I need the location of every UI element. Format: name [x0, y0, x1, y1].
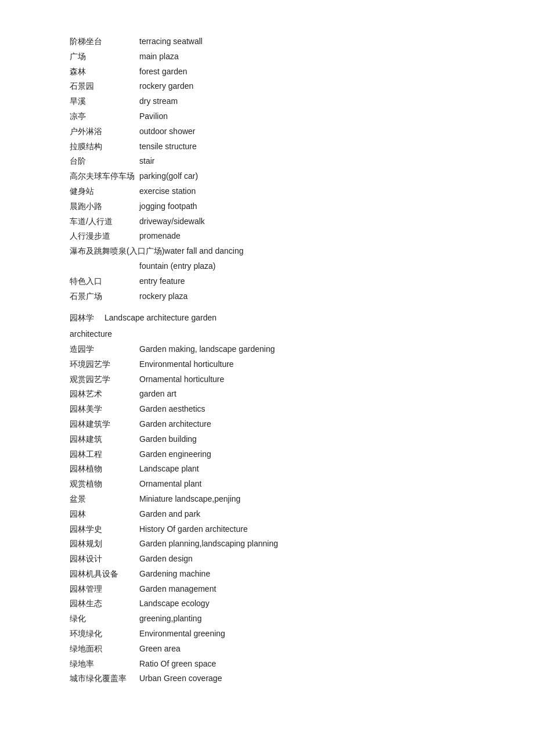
list-item: 园林Garden and park [70, 507, 464, 521]
list-item: 特色入口entry feature [70, 275, 464, 289]
chinese-term: 园林建筑 [70, 433, 139, 447]
list-item: 人行漫步道promenade [70, 229, 464, 243]
english-term: Environmental horticulture [139, 358, 234, 372]
list-item: fountain (entry plaza) [70, 260, 464, 273]
chinese-term: 拉膜结构 [70, 140, 139, 154]
english-term: garden art [139, 387, 176, 401]
chinese-term: 园林艺术 [70, 387, 139, 401]
chinese-term: 观赏植物 [70, 477, 139, 491]
list-item: 户外淋浴outdoor shower [70, 125, 464, 139]
chinese-term: 高尔夫球车停车场 [70, 170, 139, 183]
chinese-term: 森林 [70, 65, 139, 79]
chinese-term: 环境绿化 [70, 627, 139, 641]
chinese-term: 石景园 [70, 80, 139, 93]
chinese-term: 绿地率 [70, 657, 139, 671]
english-term: greening,planting [139, 612, 201, 626]
list-item: 阶梯坐台terracing seatwall [70, 35, 464, 49]
list-item: 环境绿化Environmental greening [70, 627, 464, 641]
chinese-term: 园林植物 [70, 462, 139, 476]
list-item: 车道/人行道driveway/sidewalk [70, 215, 464, 229]
chinese-term: 造园学 [70, 343, 139, 357]
list-item: 园林学史History Of garden architecture [70, 523, 464, 537]
english-term: Pavilion [139, 110, 168, 124]
english-term: terracing seatwall [139, 35, 203, 49]
list-item: 绿地率Ratio Of green space [70, 657, 464, 671]
list-item: 石景园rockery garden [70, 80, 464, 93]
english-term: parking(golf car) [139, 170, 198, 183]
chinese-term: 园林设计 [70, 552, 139, 566]
list-item: 园林生态Landscape ecology [70, 597, 464, 611]
list-item: 拉膜结构tensile structure [70, 140, 464, 154]
terms-section-1: 阶梯坐台terracing seatwall广场main plaza森林fore… [70, 35, 464, 303]
english-term: outdoor shower [139, 125, 196, 139]
english-term: rockery plaza [139, 290, 187, 304]
english-term: Ornamental plant [139, 477, 201, 491]
chinese-term: 环境园艺学 [70, 358, 139, 372]
list-item: 森林forest garden [70, 65, 464, 79]
list-item: 台阶stair [70, 154, 464, 168]
english-term: promenade [139, 229, 181, 243]
english-term: Garden engineering [139, 448, 211, 462]
chinese-term: 人行漫步道 [70, 229, 139, 243]
chinese-term: 园林 [70, 507, 139, 521]
english-term: tensile structure [139, 140, 197, 154]
chinese-term: 观赏园艺学 [70, 373, 139, 387]
english-term: rockery garden [139, 80, 193, 93]
list-item: 造园学Garden making, landscape gardening [70, 343, 464, 357]
list-item: 园林艺术garden art [70, 387, 464, 401]
list-item: 园林机具设备Gardening machine [70, 567, 464, 581]
english-term: Miniature landscape,penjing [139, 492, 240, 506]
english-term: main plaza [139, 50, 179, 64]
english-term: Garden aesthetics [139, 402, 205, 416]
english-term: History Of garden architecture [139, 523, 248, 537]
chinese-term: 车道/人行道 [70, 215, 139, 229]
chinese-term: 晨跑小路 [70, 200, 139, 214]
list-item: 园林设计Garden design [70, 552, 464, 566]
main-content: 阶梯坐台terracing seatwall广场main plaza森林fore… [70, 35, 464, 686]
list-item: 高尔夫球车停车场parking(golf car) [70, 170, 464, 183]
english-term: Green area [139, 642, 181, 656]
chinese-term: 旱溪 [70, 95, 139, 109]
list-item: 观赏园艺学Ornamental horticulture [70, 373, 464, 387]
list-item: 绿地面积Green area [70, 642, 464, 656]
chinese-term: 阶梯坐台 [70, 35, 139, 49]
english-term: jogging footpath [139, 200, 197, 214]
chinese-term: 特色入口 [70, 275, 139, 289]
chinese-term: 城市绿化覆盖率 [70, 672, 139, 686]
list-item: 盆景Miniature landscape,penjing [70, 492, 464, 506]
list-item: 晨跑小路jogging footpath [70, 200, 464, 214]
chinese-term: 盆景 [70, 492, 139, 506]
chinese-term: 台阶 [70, 154, 139, 168]
list-item: 环境园艺学Environmental horticulture [70, 358, 464, 372]
chinese-term: 绿地面积 [70, 642, 139, 656]
list-item: 观赏植物Ornamental plant [70, 477, 464, 491]
section-header-chinese: 园林学 [70, 311, 104, 325]
section-continuation: architecture [70, 327, 464, 341]
english-term: dry stream [139, 95, 178, 109]
chinese-term: 园林工程 [70, 448, 139, 462]
english-term: Gardening machine [139, 567, 210, 581]
english-term: stair [139, 154, 154, 168]
english-term: Landscape ecology [139, 597, 210, 611]
chinese-term: 园林生态 [70, 597, 139, 611]
list-item: 石景广场rockery plaza [70, 290, 464, 304]
chinese-term: 瀑布及跳舞喷泉(入口广场) [70, 244, 164, 258]
list-item: 园林建筑Garden building [70, 433, 464, 447]
list-item: 城市绿化覆盖率Urban Green coverage [70, 672, 464, 686]
list-item: 园林植物Landscape plant [70, 462, 464, 476]
english-term: Ornamental horticulture [139, 373, 224, 387]
chinese-term: 园林建筑学 [70, 417, 139, 431]
english-term: Garden management [139, 582, 216, 596]
english-term: entry feature [139, 275, 185, 289]
chinese-term: 户外淋浴 [70, 125, 139, 139]
list-item: 园林美学Garden aesthetics [70, 402, 464, 416]
chinese-term: 广场 [70, 50, 139, 64]
list-item: 旱溪dry stream [70, 95, 464, 109]
chinese-term: 健身站 [70, 185, 139, 199]
english-term: exercise station [139, 185, 196, 199]
english-term: Landscape plant [139, 462, 199, 476]
english-term: Environmental greening [139, 627, 225, 641]
list-item: 园林规划Garden planning,landscaping planning [70, 537, 464, 551]
chinese-term: 园林美学 [70, 402, 139, 416]
english-term: driveway/sidewalk [139, 215, 205, 229]
